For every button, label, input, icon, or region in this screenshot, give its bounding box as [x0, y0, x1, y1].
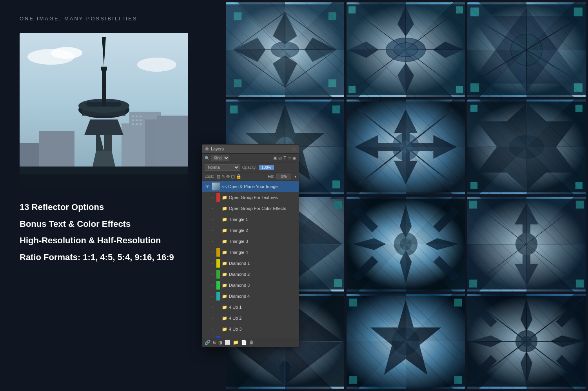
pattern-5 [347, 100, 465, 194]
layer-name-color-effects: Open Group For Color Effects [229, 206, 286, 211]
svg-line-152 [469, 298, 584, 384]
filter-adjust-icon[interactable]: ◎ [278, 156, 282, 161]
svg-point-90 [392, 133, 419, 161]
layer-item-textures[interactable]: 👁 › 📁 Open Group For Textures [202, 192, 299, 203]
blend-mode-select[interactable]: Normal [205, 164, 240, 171]
layer-visibility-color-effects[interactable]: 👁 [205, 206, 210, 211]
layer-color-diamond1 [216, 259, 220, 268]
titlebar-close-button[interactable] [205, 147, 209, 150]
svg-line-126 [467, 199, 586, 290]
layers-panel-title: Layers [211, 147, 224, 151]
lock-paint-icon[interactable]: ✎ [221, 174, 225, 179]
lock-icons-group: ▨ ✎ ✥ ▢ 🔒 [216, 174, 241, 179]
svg-marker-55 [398, 6, 414, 36]
layer-item-diamond2[interactable]: 👁 › 📁 Diamond 2 [202, 269, 299, 280]
pattern-8 [347, 197, 465, 291]
layer-visibility-diamond1[interactable]: 👁 [205, 261, 210, 266]
layer-visibility-textures[interactable]: 👁 [205, 195, 210, 200]
layer-expand-textures[interactable]: › [212, 196, 215, 199]
svg-rect-32 [226, 4, 344, 95]
layer-expand-diamond3[interactable]: › [212, 283, 215, 287]
toolbar-fx-icon[interactable]: fx [213, 340, 216, 345]
fill-value[interactable]: 0% [276, 174, 291, 179]
layer-expand-4up3[interactable]: › [212, 327, 215, 331]
lock-all-icon[interactable]: 🔒 [236, 174, 241, 179]
layer-item-4up4[interactable]: 👁 › 📁 4 Up 4 [202, 335, 299, 338]
layer-item-diamond1[interactable]: 👁 › 📁 Diamond 1 [202, 258, 299, 269]
svg-point-39 [271, 42, 299, 58]
layer-item-open-place[interactable]: 👁 << Open & Place Your Image [202, 181, 299, 192]
opacity-value[interactable]: 100% [259, 165, 274, 170]
toolbar-delete-icon[interactable]: 🗑 [249, 340, 254, 345]
layer-expand-4up2[interactable]: › [212, 316, 215, 320]
layer-visibility-triangle4[interactable]: 👁 [205, 250, 210, 255]
layer-visibility-triangle1[interactable]: 👁 [205, 217, 210, 222]
svg-point-53 [386, 38, 426, 62]
layer-expand-triangle1[interactable]: › [212, 217, 215, 221]
layer-expand-triangle3[interactable]: › [212, 239, 215, 243]
lock-artboard-icon[interactable]: ▢ [231, 174, 235, 179]
layer-color-triangle4 [216, 248, 220, 257]
toolbar-link-icon[interactable]: 🔗 [205, 340, 211, 345]
svg-rect-79 [230, 105, 238, 113]
svg-rect-60 [456, 6, 463, 13]
layer-item-4up2[interactable]: 👁 › 📁 4 Up 2 [202, 313, 299, 324]
layer-visibility-diamond3[interactable]: 👁 [205, 282, 210, 288]
layer-item-triangle2[interactable]: 👁 › 📁 Triangle 2 [202, 225, 299, 236]
layer-visibility-triangle3[interactable]: 👁 [205, 239, 210, 244]
layer-expand-diamond4[interactable]: › [212, 294, 215, 298]
svg-marker-37 [234, 38, 265, 62]
layer-item-diamond4[interactable]: 👁 › 📁 Diamond 4 [202, 291, 299, 302]
svg-rect-73 [574, 83, 583, 92]
svg-line-85 [358, 109, 453, 184]
toolbar-folder-icon[interactable]: 📁 [233, 340, 239, 345]
layer-expand-triangle4[interactable]: › [212, 250, 215, 254]
filter-smart-icon[interactable]: ◉ [292, 156, 296, 161]
fill-label: Fill: [268, 174, 274, 179]
layer-visibility-diamond2[interactable]: 👁 [205, 272, 210, 277]
lock-transparency-icon[interactable]: ▨ [216, 174, 220, 179]
kaleidoscope-svg-8 [347, 197, 465, 291]
layer-expand-color-effects[interactable]: › [212, 206, 215, 210]
layer-item-4up1[interactable]: 👁 › 📁 4 Up 1 [202, 302, 299, 313]
filter-pixel-icon[interactable]: ▣ [273, 156, 277, 161]
filter-type-icon[interactable]: T [283, 156, 286, 161]
filter-shape-icon[interactable]: ▭ [287, 156, 291, 161]
toolbar-new-layer-icon[interactable]: 📄 [241, 340, 247, 345]
layer-item-color-effects[interactable]: 👁 › 📁 Open Group For Color Effects [202, 203, 299, 214]
layer-item-4up3[interactable]: 👁 › 📁 4 Up 3 [202, 324, 299, 335]
layer-item-triangle3[interactable]: 👁 › 📁 Triangle 3 [202, 236, 299, 247]
layers-menu-icon[interactable]: ≡ [292, 146, 296, 152]
svg-rect-26 [140, 119, 142, 121]
kaleidoscope-svg-3 [467, 2, 586, 97]
layer-visibility-diamond4[interactable]: 👁 [205, 293, 210, 299]
lock-move-icon[interactable]: ✥ [226, 174, 230, 179]
layer-visibility-open-place[interactable]: 👁 [205, 184, 210, 189]
layer-expand-diamond1[interactable]: › [212, 261, 215, 265]
svg-marker-35 [273, 12, 297, 44]
toolbar-adjustment-icon[interactable]: ◑ [218, 340, 222, 345]
layer-item-triangle4[interactable]: 👁 › 📁 Triangle 4 [202, 247, 299, 258]
layer-item-diamond3[interactable]: 👁 › 📁 Diamond 3 [202, 280, 299, 291]
layer-visibility-4up3[interactable]: 👁 [205, 326, 210, 332]
layer-visibility-4up2[interactable]: 👁 [205, 315, 210, 321]
layer-expand-diamond2[interactable]: › [212, 272, 215, 276]
svg-marker-161 [471, 355, 497, 380]
layer-thumb-open-place [212, 182, 220, 191]
svg-rect-19 [101, 67, 107, 71]
layer-color-4up2 [216, 314, 220, 322]
toolbar-mask-icon[interactable]: ⬜ [225, 340, 230, 345]
layer-visibility-4up1[interactable]: 👁 [205, 304, 210, 310]
fill-dropdown-icon[interactable]: ▾ [294, 174, 296, 179]
svg-line-125 [467, 199, 586, 290]
layer-expand-4up1[interactable]: › [212, 305, 215, 309]
svg-rect-21 [132, 116, 134, 117]
layer-item-triangle1[interactable]: 👁 › 📁 Triangle 1 [202, 214, 299, 225]
layer-visibility-triangle2[interactable]: 👁 [205, 228, 210, 233]
filter-kind-select[interactable]: Kind [211, 155, 229, 161]
svg-rect-82 [332, 181, 340, 188]
svg-marker-115 [425, 238, 459, 250]
layer-visibility-4up4[interactable]: 👁 [205, 337, 210, 338]
layer-expand-triangle2[interactable]: › [212, 228, 215, 232]
layer-folder-textures: 📁 [222, 195, 227, 200]
